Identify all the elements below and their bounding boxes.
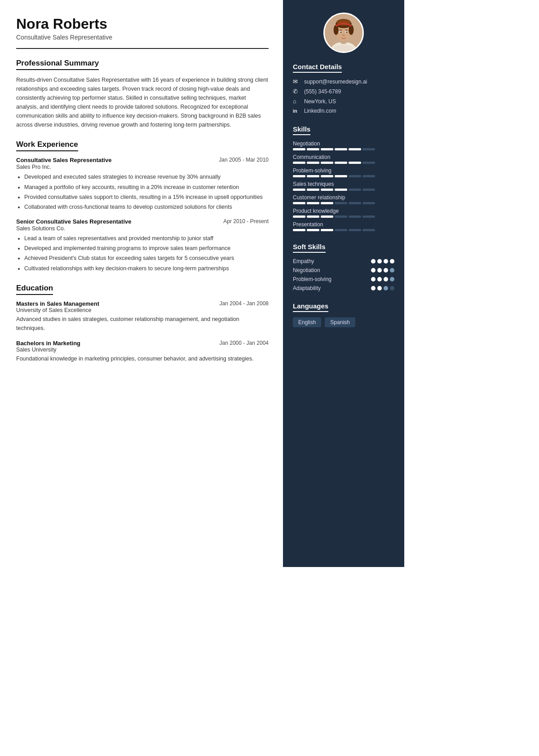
job-title: Consultative Sales Representative	[16, 34, 269, 41]
skills-title: Skills	[293, 125, 310, 135]
work-experience-title: Work Experience	[16, 140, 78, 151]
skill-segment	[335, 162, 347, 164]
list-item: Developed and implemented training progr…	[24, 244, 269, 253]
job-1-title: Consultative Sales Representative	[16, 157, 111, 163]
language-tag: Spanish	[325, 317, 355, 327]
edu-1: Masters in Sales Management Jan 2004 - J…	[16, 300, 269, 333]
soft-skills-container: EmpathyNegotiationProblem-solvingAdaptab…	[293, 258, 394, 291]
skill-segment	[335, 215, 347, 218]
contact-item-phone: ✆ (555) 345-6789	[293, 88, 394, 95]
left-panel: Nora Roberts Consultative Sales Represen…	[0, 0, 283, 567]
list-item: Cultivated relationships with key decisi…	[24, 264, 269, 273]
skill-segment	[349, 148, 361, 150]
education-title: Education	[16, 284, 53, 295]
contact-email: support@resumedesign.ai	[304, 79, 367, 85]
skill-segment	[349, 189, 361, 191]
svg-point-14	[343, 35, 345, 36]
soft-skill-item: Problem-solving	[293, 276, 394, 282]
skill-segment	[321, 148, 333, 150]
skill-segment	[321, 202, 333, 204]
job-1-date: Jan 2005 - Mar 2010	[219, 157, 269, 163]
list-item: Collaborated with cross-functional teams…	[24, 203, 269, 211]
job-2-date: Apr 2010 - Present	[223, 218, 269, 224]
soft-skill-name: Empathy	[293, 258, 314, 264]
dot	[371, 259, 376, 264]
skill-bar	[293, 202, 394, 204]
skill-segment	[349, 215, 361, 218]
skill-segment	[349, 162, 361, 164]
list-item: Developed and executed sales strategies …	[24, 173, 269, 181]
skills-section: Skills NegotiationCommunicationProblem-s…	[283, 125, 404, 235]
skill-item: Sales techniques	[293, 181, 394, 191]
skill-segment	[349, 175, 361, 177]
work-experience-section: Work Experience Consultative Sales Repre…	[16, 140, 269, 273]
skill-segment	[335, 229, 347, 231]
skill-segment	[307, 175, 319, 177]
education-section: Education Masters in Sales Management Ja…	[16, 284, 269, 363]
dot	[371, 286, 376, 290]
contact-item-location: ⌂ NewYork, US	[293, 98, 394, 105]
job-2: Senior Consultative Sales Representative…	[16, 218, 269, 273]
dot	[384, 286, 388, 290]
dot	[384, 268, 388, 273]
contact-linkedin: LinkedIn.com	[304, 108, 336, 114]
skill-item: Communication	[293, 154, 394, 164]
skill-name: Sales techniques	[293, 181, 394, 187]
job-2-bullets: Lead a team of sales representatives and…	[24, 234, 269, 273]
avatar	[323, 13, 364, 53]
edu-1-institution: University of Sales Excellence	[16, 307, 269, 313]
skill-name: Product knowledge	[293, 208, 394, 214]
edu-1-desc: Advanced studies in sales strategies, cu…	[16, 315, 269, 333]
linkedin-icon: in	[293, 108, 301, 114]
skill-segment	[307, 148, 319, 150]
skill-segment	[335, 202, 347, 204]
skill-dots	[371, 259, 394, 264]
skill-name: Presentation	[293, 221, 394, 228]
email-icon: ✉	[293, 78, 301, 85]
skill-segment	[335, 189, 347, 191]
contact-phone: (555) 345-6789	[304, 88, 341, 95]
skill-name: Negotiation	[293, 141, 394, 147]
skill-name: Problem-solving	[293, 167, 394, 174]
soft-skill-item: Adaptability	[293, 285, 394, 291]
skill-segment	[321, 189, 333, 191]
language-tags: EnglishSpanish	[293, 317, 394, 327]
skill-bar	[293, 189, 394, 191]
skill-bar	[293, 215, 394, 218]
skill-segment	[293, 189, 305, 191]
skill-segment	[349, 229, 361, 231]
dot	[390, 259, 394, 264]
skill-segment	[307, 215, 319, 218]
languages-section: Languages EnglishSpanish	[283, 302, 404, 327]
skill-segment	[293, 202, 305, 204]
skill-bar	[293, 162, 394, 164]
edu-2-degree: Bachelors in Marketing	[16, 340, 80, 347]
phone-icon: ✆	[293, 88, 301, 95]
edu-2-date: Jan 2000 - Jan 2004	[220, 340, 269, 346]
summary-section: Professional Summary Results-driven Cons…	[16, 59, 269, 129]
edu-2-desc: Foundational knowledge in marketing prin…	[16, 355, 269, 363]
skill-item: Presentation	[293, 221, 394, 231]
soft-skills-section: Soft Skills EmpathyNegotiationProblem-so…	[283, 243, 404, 294]
list-item: Achieved President's Club status for exc…	[24, 254, 269, 263]
skill-segment	[307, 229, 319, 231]
skills-container: NegotiationCommunicationProblem-solvingS…	[293, 141, 394, 231]
skill-segment	[321, 175, 333, 177]
name: Nora Roberts	[16, 16, 269, 32]
contact-item-linkedin: in LinkedIn.com	[293, 108, 394, 114]
skill-segment	[362, 215, 375, 218]
skill-segment	[362, 202, 375, 204]
skill-segment	[321, 229, 333, 231]
skill-segment	[362, 162, 375, 164]
svg-point-13	[346, 31, 347, 33]
job-2-title: Senior Consultative Sales Representative	[16, 218, 131, 225]
dot	[377, 268, 382, 273]
soft-skill-name: Negotiation	[293, 267, 320, 273]
skill-item: Product knowledge	[293, 208, 394, 218]
edu-1-degree: Masters in Sales Management	[16, 300, 99, 307]
contact-section: Contact Details ✉ support@resumedesign.a…	[283, 63, 404, 117]
skill-segment	[321, 215, 333, 218]
dot	[371, 268, 376, 273]
skill-dots	[371, 268, 394, 273]
soft-skill-item: Empathy	[293, 258, 394, 264]
